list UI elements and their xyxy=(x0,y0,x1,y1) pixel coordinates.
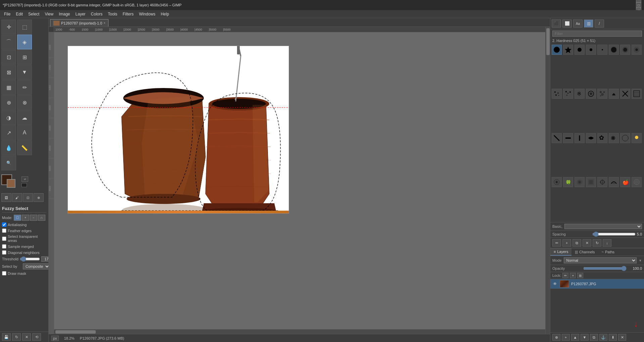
default-colors-button[interactable] xyxy=(21,183,27,187)
lasso-tool[interactable]: ⌒ xyxy=(1,35,16,49)
brush-item-circle-md[interactable] xyxy=(574,45,585,55)
layer-item[interactable]: 👁 P1260787.JPG xyxy=(550,279,644,289)
brush-item-scatter8[interactable] xyxy=(632,89,642,99)
brush-item-line2[interactable] xyxy=(563,133,573,143)
mode-replace-button[interactable]: ☐ xyxy=(14,215,21,221)
restore-tool-options-button[interactable]: ↻ xyxy=(12,333,21,341)
lower-layer-button[interactable]: ▼ xyxy=(581,334,589,341)
menu-select[interactable]: Select xyxy=(26,11,42,17)
brush-item-circle-xs[interactable] xyxy=(597,45,607,55)
maximize-button[interactable]: □ xyxy=(636,2,641,8)
brush-item-blur-md[interactable] xyxy=(620,45,630,55)
raise-layer-button[interactable]: ▲ xyxy=(571,334,579,341)
clone-tool[interactable]: ⊗ xyxy=(17,95,32,110)
spacing-slider[interactable] xyxy=(592,231,636,237)
path-tool[interactable]: ↗ xyxy=(1,125,16,140)
select-by-select[interactable]: Composite Red Green Blue Alpha xyxy=(23,263,48,269)
image-tab-active[interactable]: P1260787 (imported)-1.0 × xyxy=(50,19,108,27)
brush-item-blur-lg[interactable] xyxy=(609,45,619,55)
transform-tool[interactable]: ⊞ xyxy=(17,50,32,65)
gradient-panel-tab[interactable]: / xyxy=(595,19,604,28)
menu-help[interactable]: Help xyxy=(158,11,172,17)
menu-colors[interactable]: Colors xyxy=(88,11,105,17)
pencil-tool[interactable]: ✏ xyxy=(17,80,32,95)
smudge-tool[interactable]: ☁ xyxy=(17,110,32,125)
brush-item-special3[interactable]: 🍎 xyxy=(620,177,630,187)
anchor-layer-button[interactable]: ⚓ xyxy=(599,334,607,341)
threshold-input[interactable] xyxy=(41,256,48,262)
brush-item-special2[interactable] xyxy=(609,177,619,187)
sample-merged-checkbox[interactable] xyxy=(2,244,6,249)
vertical-scrollbar[interactable] xyxy=(545,27,550,334)
duplicate-layer-button[interactable]: ⧉ xyxy=(590,334,598,341)
mode-intersect-button[interactable]: ∩ xyxy=(38,215,45,221)
vertical-scrollbar-thumb[interactable] xyxy=(546,28,550,55)
brush-item-special1[interactable] xyxy=(597,177,607,187)
brush-duplicate-button[interactable]: ⧉ xyxy=(572,239,581,247)
crop-tool[interactable]: ⊡ xyxy=(1,50,16,65)
brush-item-line1[interactable] xyxy=(552,133,562,143)
paths-tab[interactable]: ~ Paths xyxy=(598,248,618,256)
tab-close-button[interactable]: × xyxy=(103,21,105,25)
brush-item-nature3[interactable] xyxy=(574,177,585,187)
brush-item-scatter7[interactable] xyxy=(620,89,630,99)
brush-item-scatter3[interactable]: ※ xyxy=(574,89,585,99)
save-tool-options-button[interactable]: 💾 xyxy=(2,333,11,341)
brush-item-texture3[interactable] xyxy=(620,133,630,143)
brush-delete-button[interactable]: ✕ xyxy=(583,239,591,247)
brush-item-nature2[interactable]: 🍀 xyxy=(563,177,573,187)
colorpicker-tool[interactable]: 💧 xyxy=(1,140,16,155)
menu-layer[interactable]: Layer xyxy=(73,11,88,17)
new-layer-button[interactable]: + xyxy=(562,334,570,341)
patterns-panel-tab[interactable]: ▥ xyxy=(584,19,593,28)
brush-new-button[interactable]: + xyxy=(562,239,571,247)
threshold-slider[interactable] xyxy=(20,256,40,262)
fuzzy-select-tool[interactable]: ◈ xyxy=(17,35,32,49)
menu-view[interactable]: View xyxy=(42,11,56,17)
brush-item-scatter4[interactable] xyxy=(586,89,596,99)
rect-select-tool[interactable]: ⬚ xyxy=(17,19,32,34)
channels-tab[interactable]: ||| Channels xyxy=(571,248,598,256)
brush-item-line4[interactable] xyxy=(586,133,596,143)
tool-mode-select[interactable]: ⊡ xyxy=(23,193,33,202)
menu-tools[interactable]: Tools xyxy=(105,11,120,17)
brush-item-nature4[interactable] xyxy=(586,177,596,187)
brush-mode-select[interactable] xyxy=(564,224,642,229)
align-tool[interactable]: ⊠ xyxy=(1,65,16,80)
brush-item-texture1[interactable]: ✿ xyxy=(597,133,607,143)
menu-windows[interactable]: Windows xyxy=(136,11,158,17)
move-tool[interactable]: ✛ xyxy=(1,19,16,34)
background-color[interactable] xyxy=(7,179,15,188)
lock-position-button[interactable]: + xyxy=(570,273,576,278)
paint-bucket-tool[interactable]: ▼ xyxy=(17,65,32,80)
layers-mode-select[interactable]: Normal Multiply Screen xyxy=(564,257,637,263)
canvas-scroll[interactable] xyxy=(54,32,545,329)
brush-item-line3[interactable] xyxy=(574,133,585,143)
brush-item-nature1[interactable] xyxy=(552,177,562,187)
brush-import-button[interactable]: ↓ xyxy=(603,239,611,247)
mode-subtract-button[interactable]: − xyxy=(30,215,37,221)
brush-item-texture4[interactable] xyxy=(632,133,642,143)
tool-mode-paint[interactable]: 🖌 xyxy=(12,193,22,202)
delete-tool-options-button[interactable]: ✕ xyxy=(22,333,31,341)
horizontal-scrollbar[interactable] xyxy=(54,329,545,334)
unit-select[interactable]: px xyxy=(51,336,59,341)
brush-item-scatter1[interactable] xyxy=(552,89,562,99)
lock-pixels-button[interactable]: ✏ xyxy=(562,273,568,278)
text-tool[interactable]: A xyxy=(17,125,32,140)
lock-all-button[interactable]: ⊞ xyxy=(577,273,583,278)
opacity-slider[interactable] xyxy=(583,266,627,271)
horizontal-scrollbar-thumb[interactable] xyxy=(55,330,96,334)
antialiasing-checkbox[interactable] xyxy=(2,222,6,227)
brush-item-special4[interactable] xyxy=(632,177,642,187)
brush-item-circle-large[interactable] xyxy=(552,45,562,55)
menu-edit[interactable]: Edit xyxy=(13,11,26,17)
brush-item-scatter6[interactable] xyxy=(609,89,619,99)
layers-tab[interactable]: ≡ Layers xyxy=(550,248,571,256)
merge-down-button[interactable]: ⬇ xyxy=(609,334,617,341)
brush-item-star[interactable] xyxy=(563,45,573,55)
mode-add-button[interactable]: + xyxy=(22,215,29,221)
measure-tool[interactable]: 📏 xyxy=(17,140,32,155)
healing-tool[interactable]: ⊕ xyxy=(1,95,16,110)
diagonal-neighbors-checkbox[interactable] xyxy=(2,250,6,255)
